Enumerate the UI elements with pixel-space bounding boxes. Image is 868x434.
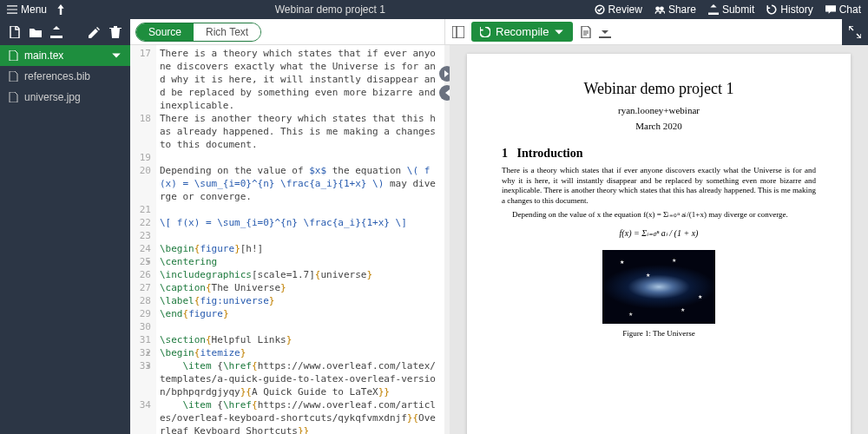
expand-icon[interactable] [849, 26, 861, 38]
chevron-down-icon [111, 50, 122, 61]
file-tree: main.texreferences.bibuniverse.jpg [0, 45, 130, 434]
share-button[interactable]: Share [654, 3, 696, 16]
file-item[interactable]: universe.jpg [0, 87, 130, 108]
review-icon [595, 4, 605, 15]
doc-date: March 2020 [502, 121, 816, 131]
project-title: Webinar demo project 1 [66, 3, 595, 16]
recompile-button[interactable]: Recompile [471, 22, 573, 42]
menu-button[interactable]: Menu [7, 3, 47, 16]
up-button[interactable] [56, 4, 66, 15]
chevron-down-icon [554, 27, 564, 37]
delete-icon[interactable] [109, 26, 122, 38]
hamburger-icon [7, 4, 17, 15]
second-toolbar: Source Rich Text Recompile [0, 19, 868, 45]
submit-button[interactable]: Submit [708, 3, 754, 16]
toggle-pane-icon[interactable] [452, 26, 464, 38]
pdf-preview[interactable]: Webinar demo project 1 ryan.looney+webin… [450, 45, 868, 434]
submit-icon [708, 4, 719, 15]
svg-point-2 [660, 6, 664, 10]
figure-caption: Figure 1: The Universe [502, 329, 816, 338]
doc-para-2: Depending on the value of x the equation… [502, 210, 816, 220]
doc-equation: f(x) = Σᵢ₌₀ⁿ aᵢ / (1 + x) [502, 228, 816, 238]
upload-icon[interactable] [50, 26, 62, 38]
new-folder-icon[interactable] [30, 26, 42, 38]
universe-image [602, 250, 715, 324]
file-item[interactable]: main.tex [0, 45, 130, 66]
share-icon [654, 4, 665, 15]
top-toolbar: Menu Webinar demo project 1 Review Share… [0, 0, 868, 19]
history-button[interactable]: History [766, 3, 812, 16]
doc-figure: Figure 1: The Universe [502, 250, 816, 338]
rename-icon[interactable] [89, 26, 101, 38]
doc-title: Webinar demo project 1 [502, 80, 816, 98]
section-heading: 1 Introduction [502, 147, 816, 161]
recompile-icon [480, 27, 490, 37]
file-icon [9, 92, 19, 102]
up-arrow-icon [56, 4, 66, 15]
file-icon [9, 50, 19, 61]
source-tab[interactable]: Source [136, 23, 194, 41]
chat-button[interactable]: Chat [825, 3, 861, 16]
file-item[interactable]: references.bib [0, 66, 130, 87]
new-file-icon[interactable] [9, 26, 21, 38]
menu-label: Menu [21, 3, 47, 16]
history-icon [766, 4, 777, 15]
chat-icon [825, 4, 836, 15]
svg-point-1 [655, 6, 660, 10]
download-icon[interactable] [599, 26, 611, 38]
pdf-page: Webinar demo project 1 ryan.looney+webin… [467, 54, 851, 434]
richtext-tab[interactable]: Rich Text [194, 23, 260, 41]
file-icon [9, 71, 19, 82]
editor-mode-toggle[interactable]: Source Rich Text [135, 23, 261, 42]
doc-author: ryan.looney+webinar [502, 105, 816, 115]
review-button[interactable]: Review [595, 3, 642, 16]
logs-icon[interactable] [580, 26, 592, 38]
code-editor[interactable]: 1718192021222324 ▾25262728293031 ▾32 ▾33… [130, 45, 444, 434]
doc-para-1: There is a theory which states that if e… [502, 166, 816, 207]
